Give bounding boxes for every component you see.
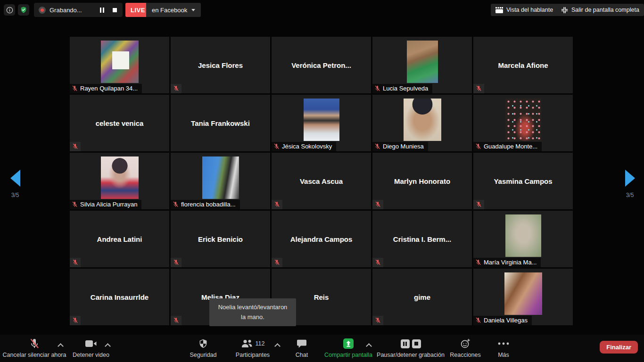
participant-name: Andrea Latini — [70, 211, 169, 267]
participant-avatar — [101, 41, 139, 83]
stop-video-label: Detener video — [73, 352, 109, 358]
pause-recording-icon[interactable] — [100, 8, 104, 13]
participant-tile[interactable]: Marlyn Honorato — [372, 153, 472, 209]
participant-tile[interactable]: Daniela Villegas — [473, 269, 573, 325]
participant-tile[interactable]: Lucia Sepulveda — [372, 37, 472, 93]
pause-recording-square-icon[interactable] — [401, 339, 410, 348]
participant-name: celeste venica — [70, 95, 169, 151]
muted-mic-icon — [72, 85, 78, 91]
exit-fullscreen-label: Salir de pantalla completa — [571, 7, 639, 13]
participant-tile[interactable]: gime — [372, 269, 472, 325]
participant-tile[interactable]: Guadalupe Monte... — [473, 95, 573, 151]
participant-tile[interactable]: Alejandra Campos — [272, 211, 371, 267]
info-icon — [6, 7, 13, 14]
participant-tile[interactable]: celeste venica — [70, 95, 169, 151]
participant-tile[interactable]: Erick Benicio — [171, 211, 270, 267]
share-screen-icon — [343, 338, 354, 349]
muted-mic-icon — [70, 142, 81, 151]
next-page-nav: 3/5 — [616, 170, 644, 198]
unmute-label: Cancelar silenciar ahora — [3, 352, 66, 358]
participant-name-badge: Lucia Sepulveda — [372, 84, 432, 93]
next-page-arrow-icon[interactable] — [625, 170, 635, 187]
participant-name: Carina Insaurrlde — [70, 269, 169, 325]
page-indicator-right: 3/5 — [616, 192, 644, 198]
participants-icon — [241, 339, 253, 348]
participant-tile[interactable]: Andrea Latini — [70, 211, 169, 267]
muted-mic-icon — [171, 258, 182, 267]
reactions-smiley-icon — [460, 338, 471, 349]
raised-hand-tooltip: Noelia levantó/levantaron la mano. — [209, 298, 296, 326]
participant-tile[interactable]: Verónica Petron... — [272, 37, 371, 93]
bottom-toolbar: Cancelar silenciar ahora Detener video S… — [0, 335, 644, 362]
pause-stop-recording-button[interactable]: Pausar/detener grabación — [377, 338, 444, 358]
participant-avatar — [504, 272, 542, 315]
participant-tile[interactable]: Yasmina Campos — [473, 153, 573, 209]
participant-name: Vasca Ascua — [272, 153, 371, 209]
participants-options-chevron-icon[interactable] — [275, 343, 280, 347]
video-options-chevron-icon[interactable] — [106, 343, 110, 347]
muted-mic-icon — [475, 259, 481, 265]
participants-button[interactable]: 112 Participantes — [230, 338, 275, 358]
participant-name: Cristina I. Berm... — [372, 211, 472, 267]
participants-count: 112 — [256, 340, 265, 347]
end-meeting-button[interactable]: Finalizar — [600, 341, 638, 354]
stop-recording-icon[interactable] — [113, 8, 117, 12]
shield-check-icon — [20, 6, 27, 14]
muted-mic-icon — [372, 316, 383, 325]
participant-tile[interactable]: Cristina I. Berm... — [372, 211, 472, 267]
participant-name: Marlyn Honorato — [372, 153, 472, 209]
exit-fullscreen-button[interactable]: Salir de pantalla completa — [556, 4, 644, 16]
unmute-button[interactable]: Cancelar silenciar ahora — [2, 338, 67, 358]
stop-recording-square-icon[interactable] — [412, 339, 421, 348]
participant-name-badge: Rayen Quilapan 34... — [70, 84, 142, 93]
participant-tile[interactable]: Jesica Flores — [171, 37, 270, 93]
participant-name-badge: María Virginia Ma... — [473, 258, 541, 267]
tooltip-line-2: la mano. — [209, 313, 296, 322]
participant-tile[interactable]: Tania Frankowski — [171, 95, 270, 151]
participant-avatar — [202, 156, 239, 199]
meeting-info-button[interactable] — [4, 4, 15, 16]
live-target-dropdown[interactable]: en Facebook — [146, 3, 201, 17]
participant-tile[interactable]: Marcela Afione — [473, 37, 573, 93]
chat-label: Chat — [296, 352, 308, 358]
participant-name: Diego Muniesa — [383, 143, 424, 150]
chat-bubble-icon — [297, 339, 307, 348]
speaker-view-icon — [495, 7, 503, 13]
participant-tile[interactable]: Rayen Quilapan 34... — [70, 37, 169, 93]
participant-tile[interactable]: Carina Insaurrlde — [70, 269, 169, 325]
participant-name: Rayen Quilapan 34... — [80, 85, 138, 92]
muted-mic-icon — [374, 85, 380, 91]
participant-name-badge: Jésica Sokolovsky — [272, 142, 336, 151]
mic-options-chevron-icon[interactable] — [58, 343, 63, 347]
participant-name: Silvia Alicia Purrayan — [80, 201, 137, 208]
share-screen-button[interactable]: Compartir pantalla — [323, 338, 373, 358]
speaker-view-label: Vista del hablante — [506, 7, 553, 13]
reactions-button[interactable]: Reacciones — [449, 338, 482, 358]
muted-mic-icon — [70, 258, 81, 267]
participant-tile[interactable]: Vasca Ascua — [272, 153, 371, 209]
security-shield-icon — [198, 338, 208, 349]
previous-page-arrow-icon[interactable] — [10, 170, 20, 187]
muted-mic-icon — [374, 143, 380, 149]
pause-stop-recording-label: Pausar/detener grabación — [377, 352, 445, 358]
live-target-label: en Facebook — [152, 7, 187, 14]
participant-avatar — [101, 156, 139, 199]
participant-tile[interactable]: Silvia Alicia Purrayan — [70, 153, 169, 209]
previous-page-nav: 3/5 — [1, 170, 29, 198]
participant-tile[interactable]: florencia bobadilla... — [171, 153, 270, 209]
share-options-chevron-icon[interactable] — [367, 343, 371, 347]
participant-tile[interactable]: María Virginia Ma... — [473, 211, 573, 267]
muted-mic-icon — [372, 200, 383, 209]
more-button[interactable]: Más — [490, 338, 517, 358]
participant-tile[interactable]: Jésica Sokolovsky — [272, 95, 371, 151]
more-ellipsis-icon — [498, 342, 509, 345]
stop-video-button[interactable]: Detener video — [70, 338, 112, 358]
security-button[interactable]: Seguridad — [187, 338, 220, 358]
more-label: Más — [498, 352, 509, 358]
chat-button[interactable]: Chat — [289, 338, 315, 358]
participant-tile[interactable]: Diego Muniesa — [372, 95, 472, 151]
security-label: Seguridad — [190, 352, 217, 358]
speaker-view-button[interactable]: Vista del hablante — [491, 4, 558, 16]
muted-mic-icon — [475, 143, 481, 149]
encryption-shield-button[interactable] — [18, 4, 29, 16]
